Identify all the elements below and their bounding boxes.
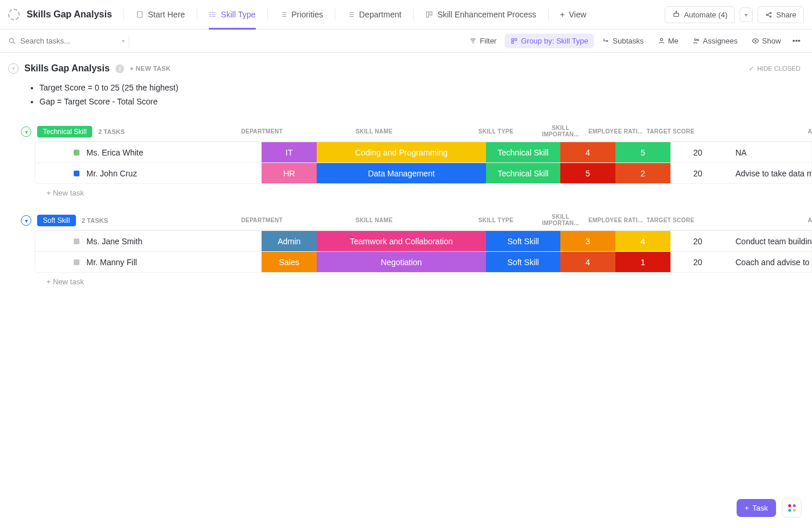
col-target-score[interactable]: TARGET SCORE <box>643 128 698 135</box>
task-name-cell[interactable]: Ms. Jane Smith <box>35 231 262 251</box>
cell-employee-rating[interactable]: 1 <box>615 252 670 272</box>
svg-rect-0 <box>137 12 142 18</box>
cell-department[interactable]: HR <box>262 163 317 183</box>
task-name: Mr. Manny Fill <box>86 258 137 267</box>
tab-priorities[interactable]: Priorities <box>271 0 331 30</box>
col-skill-name[interactable]: SKILL NAME <box>289 217 459 223</box>
col-target-score[interactable]: TARGET SCORE <box>643 217 698 223</box>
divider <box>197 8 197 21</box>
automate-button[interactable]: Automate (4) <box>665 6 735 23</box>
collapse-group-button[interactable]: ▾ <box>21 126 31 137</box>
task-name: Ms. Erica White <box>86 148 143 157</box>
group-chip[interactable]: Soft Skill <box>37 215 76 226</box>
collapse-group-button[interactable]: ▾ <box>21 215 31 226</box>
col-skill-importance[interactable]: SKILL IMPORTAN... <box>533 125 588 138</box>
cell-target-score[interactable]: 20 <box>670 163 725 183</box>
svg-rect-15 <box>674 13 679 17</box>
cell-skill-importance[interactable]: 4 <box>560 252 615 272</box>
tab-department[interactable]: Department <box>339 0 409 30</box>
desc-line: Gap = Target Score - Total Score <box>39 95 812 109</box>
new-task-inline-button[interactable]: + NEW TASK <box>130 65 171 72</box>
col-employee-rating[interactable]: EMPLOYEE RATI... <box>588 217 643 223</box>
tab-label: Skill Enhancement Process <box>437 10 536 19</box>
svg-line-24 <box>13 42 15 44</box>
subtasks-button[interactable]: Subtasks <box>596 34 649 48</box>
cell-employee-rating[interactable]: 5 <box>615 142 670 162</box>
svg-point-34 <box>697 39 699 41</box>
me-button[interactable]: Me <box>652 34 684 48</box>
col-skill-importance[interactable]: SKILL IMPORTAN... <box>533 214 588 226</box>
cell-skill-importance[interactable]: 5 <box>560 163 615 183</box>
cell-skill-importance[interactable]: 4 <box>560 142 615 162</box>
app-icon <box>8 9 20 20</box>
cell-skill-name[interactable]: Negotiation <box>317 252 486 272</box>
robot-icon <box>672 10 680 19</box>
tab-start-here[interactable]: Start Here <box>128 0 193 30</box>
cell-target-score[interactable]: 20 <box>670 252 725 272</box>
check-icon: ✓ <box>749 65 754 73</box>
hide-closed-button[interactable]: ✓ HIDE CLOSED <box>749 65 800 73</box>
cell-skill-importance[interactable]: 3 <box>560 231 615 251</box>
col-department[interactable]: DEPARTMENT <box>234 128 289 135</box>
filter-button[interactable]: Filter <box>463 34 502 48</box>
cell-target-score[interactable]: 20 <box>670 231 725 251</box>
col-employee-rating[interactable]: EMPLOYEE RATI... <box>588 128 643 135</box>
col-action[interactable]: ACTION <box>698 128 812 135</box>
more-button[interactable]: ••• <box>789 34 804 48</box>
table-row[interactable]: Mr. Manny Fill Sales Negotiation Soft Sk… <box>35 251 811 272</box>
table-row[interactable]: Mr. John Cruz HR Data Management Technic… <box>35 162 811 183</box>
cell-skill-name[interactable]: Coding and Programming <box>317 142 486 162</box>
list-icon <box>347 10 355 19</box>
add-view-button[interactable]: + View <box>552 0 594 30</box>
cell-skill-name[interactable]: Data Management <box>317 163 486 183</box>
new-task-fab[interactable]: + Task <box>737 499 776 517</box>
cell-skill-name[interactable]: Teamwork and Collaboration <box>317 231 486 251</box>
collapse-list-button[interactable]: ▾ <box>8 63 19 74</box>
table-row[interactable]: Ms. Erica White IT Coding and Programmin… <box>35 142 811 162</box>
table-row[interactable]: Ms. Jane Smith Admin Teamwork and Collab… <box>35 230 811 251</box>
cell-skill-type[interactable]: Technical Skill <box>486 163 560 183</box>
task-name-cell[interactable]: Mr. John Cruz <box>35 163 262 183</box>
cell-target-score[interactable]: 20 <box>670 142 725 162</box>
show-button[interactable]: Show <box>746 34 787 48</box>
assignees-button[interactable]: Assignees <box>687 34 744 48</box>
cell-skill-type[interactable]: Soft Skill <box>486 231 560 251</box>
cell-action[interactable]: Coach and advise to take negotiati <box>725 252 812 272</box>
users-icon <box>693 37 700 45</box>
task-name-cell[interactable]: Ms. Erica White <box>35 142 262 162</box>
svg-line-21 <box>768 13 770 14</box>
cell-action[interactable]: Conduct team building activities. <box>725 231 812 251</box>
col-skill-name[interactable]: SKILL NAME <box>289 128 459 135</box>
search-input-wrap[interactable]: ▾ <box>8 37 124 45</box>
group-by-button[interactable]: Group by: Skill Type <box>505 34 594 48</box>
col-action[interactable]: ACTION <box>698 217 812 223</box>
col-skill-type[interactable]: SKILL TYPE <box>459 128 533 135</box>
cell-skill-type[interactable]: Soft Skill <box>486 252 560 272</box>
automate-dropdown[interactable]: ▾ <box>740 8 753 22</box>
col-department[interactable]: DEPARTMENT <box>234 217 289 223</box>
apps-fab[interactable] <box>782 498 802 518</box>
cell-employee-rating[interactable]: 2 <box>615 163 670 183</box>
cell-department[interactable]: Admin <box>262 231 317 251</box>
chevron-down-icon[interactable]: ▾ <box>122 38 125 44</box>
divider <box>335 8 335 21</box>
cell-employee-rating[interactable]: 4 <box>615 231 670 251</box>
new-task-row-button[interactable]: + New task <box>8 184 812 197</box>
group-chip[interactable]: Technical Skill <box>37 126 92 138</box>
cell-skill-type[interactable]: Technical Skill <box>486 142 560 162</box>
fab-task-label: Task <box>752 504 768 512</box>
share-button[interactable]: Share <box>757 6 804 23</box>
info-icon[interactable]: i <box>115 64 124 73</box>
svg-point-5 <box>210 14 211 15</box>
col-skill-type[interactable]: SKILL TYPE <box>459 217 533 223</box>
cell-department[interactable]: Sales <box>262 252 317 272</box>
cell-action[interactable]: Advise to take data management c <box>725 163 812 183</box>
svg-rect-14 <box>430 12 432 15</box>
task-name-cell[interactable]: Mr. Manny Fill <box>35 252 262 272</box>
new-task-row-button[interactable]: + New task <box>8 273 812 286</box>
search-input[interactable] <box>20 37 118 45</box>
tab-skill-type[interactable]: Skill Type <box>201 0 264 30</box>
cell-action[interactable]: NA <box>725 142 812 162</box>
tab-skill-enhancement[interactable]: Skill Enhancement Process <box>417 0 544 30</box>
cell-department[interactable]: IT <box>262 142 317 162</box>
